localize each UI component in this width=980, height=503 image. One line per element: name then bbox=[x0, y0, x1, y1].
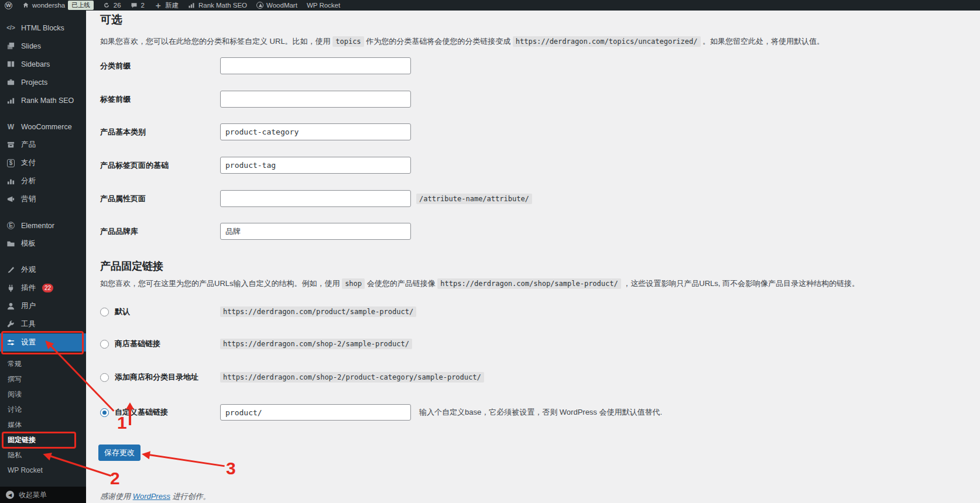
sidebar-item-label: Sidebars bbox=[21, 60, 50, 68]
submenu-label: 讨论 bbox=[8, 405, 22, 415]
sidebar-item-analytics[interactable]: 分析 bbox=[0, 172, 86, 190]
radio-label: 自定义基础链接 bbox=[115, 407, 168, 418]
sidebar-item-label: 营销 bbox=[21, 194, 36, 204]
category-prefix-input[interactable] bbox=[220, 57, 411, 74]
submenu-item-media[interactable]: 媒体 bbox=[0, 417, 86, 432]
field-label: 产品基本类别 bbox=[100, 127, 217, 137]
product-tag-base-input[interactable] bbox=[220, 157, 411, 174]
collapse-menu-label: 收起菜单 bbox=[19, 490, 47, 500]
sidebar-item-slides[interactable]: Slides bbox=[0, 37, 86, 55]
updates-icon bbox=[103, 2, 111, 9]
sidebar-item-tools[interactable]: 工具 bbox=[0, 315, 86, 333]
sidebar-item-label: WooCommerce bbox=[21, 123, 72, 131]
comments-menu[interactable]: 2 bbox=[131, 0, 145, 11]
sidebar-item-templates[interactable]: 模板 bbox=[0, 235, 86, 253]
submenu-item-discussion[interactable]: 讨论 bbox=[0, 402, 86, 417]
submenu-label: 固定链接 bbox=[8, 435, 36, 445]
rank-math-icon bbox=[188, 2, 196, 9]
new-content-label: 新建 bbox=[165, 1, 179, 10]
updates-menu[interactable]: 26 bbox=[103, 0, 121, 11]
dollar-icon: $ bbox=[6, 158, 16, 168]
radio-default[interactable] bbox=[100, 308, 109, 316]
submenu-label: 隐私 bbox=[8, 450, 22, 460]
woodmart-menu[interactable]: WoodMart bbox=[256, 0, 297, 11]
submenu-label: 撰写 bbox=[8, 374, 22, 384]
wordpress-logo-menu[interactable]: W bbox=[5, 0, 12, 11]
sidebar-item-woocommerce[interactable]: W WooCommerce bbox=[0, 118, 86, 136]
sidebar-item-sidebars[interactable]: Sidebars bbox=[0, 55, 86, 73]
submenu-label: 阅读 bbox=[8, 390, 22, 399]
save-changes-button[interactable]: 保存更改 bbox=[98, 445, 141, 461]
comments-count: 2 bbox=[141, 2, 145, 9]
plus-icon: ＋ bbox=[154, 1, 162, 9]
permalink-example: https://derdragon.com/product/sample-pro… bbox=[220, 306, 416, 317]
admin-bar: W wondersha 已上线 26 2 ＋ 新建 Rank Math SEO … bbox=[0, 0, 980, 11]
field-label: 标签前缀 bbox=[100, 94, 217, 105]
sidebar-item-marketing[interactable]: 营销 bbox=[0, 190, 86, 208]
briefcase-icon bbox=[6, 77, 16, 87]
submenu-item-privacy[interactable]: 隐私 bbox=[0, 447, 86, 463]
sidebar-item-label: Rank Math SEO bbox=[21, 97, 74, 105]
comment-icon bbox=[131, 2, 138, 9]
custom-base-hint: 输入个自定义base，它必须被设置，否则 WordPress 会使用默认值替代. bbox=[419, 407, 662, 418]
radio-label: 添加商店和分类目录地址 bbox=[115, 372, 198, 383]
bar-chart-icon bbox=[6, 176, 16, 186]
sidebar-item-label: 插件 bbox=[21, 283, 36, 293]
sidebar-item-label: 外观 bbox=[21, 265, 36, 275]
sidebar-item-payments[interactable]: $ 支付 bbox=[0, 154, 86, 172]
home-icon bbox=[22, 2, 29, 9]
radio-shop-base[interactable] bbox=[100, 340, 109, 349]
site-name: wondersha bbox=[32, 2, 65, 9]
new-content-menu[interactable]: ＋ 新建 bbox=[154, 0, 179, 11]
submenu-item-writing[interactable]: 撰写 bbox=[0, 371, 86, 387]
sidebar-item-label: Slides bbox=[21, 42, 41, 50]
radio-label: 商店基础链接 bbox=[115, 339, 160, 349]
settings-sliders-icon bbox=[6, 337, 16, 347]
woocommerce-icon: W bbox=[6, 122, 16, 132]
woodmart-label: WoodMart bbox=[266, 2, 297, 9]
paintbrush-icon bbox=[6, 265, 16, 275]
product-attribute-base-input[interactable] bbox=[220, 190, 411, 207]
sidebar-item-label: 设置 bbox=[21, 337, 36, 347]
sidebar-item-label: HTML Blocks bbox=[21, 24, 64, 32]
plugins-update-badge: 22 bbox=[42, 284, 53, 292]
columns-icon bbox=[6, 59, 16, 69]
submenu-item-permalinks[interactable]: 固定链接 bbox=[0, 432, 86, 447]
custom-base-input[interactable] bbox=[220, 404, 411, 421]
rank-math-menu[interactable]: Rank Math SEO bbox=[188, 0, 247, 11]
sidebar-item-settings[interactable]: 设置 bbox=[0, 333, 86, 352]
site-name-menu[interactable]: wondersha 已上线 bbox=[22, 0, 94, 11]
submenu-item-general[interactable]: 常规 bbox=[0, 356, 86, 371]
sidebar-item-projects[interactable]: Projects bbox=[0, 73, 86, 91]
field-label: 产品属性页面 bbox=[100, 194, 217, 204]
wordpress-link[interactable]: WordPress bbox=[133, 492, 170, 501]
sidebar-item-products[interactable]: 产品 bbox=[0, 136, 86, 154]
collapse-menu-button[interactable]: ◀ 收起菜单 bbox=[0, 487, 86, 503]
sidebar-item-label: 模板 bbox=[21, 239, 36, 249]
sidebar-item-users[interactable]: 用户 bbox=[0, 297, 86, 315]
sidebar-item-elementor[interactable]: E Elementor bbox=[0, 216, 86, 235]
field-label: 产品品牌库 bbox=[100, 226, 217, 237]
wrench-icon bbox=[6, 319, 16, 329]
product-brand-base-input[interactable] bbox=[220, 223, 411, 240]
collapse-arrow-icon: ◀ bbox=[6, 491, 14, 499]
submenu-item-wp-rocket[interactable]: WP Rocket bbox=[0, 463, 86, 478]
submenu-item-reading[interactable]: 阅读 bbox=[0, 387, 86, 402]
seo-chart-icon bbox=[6, 95, 16, 105]
sidebar-item-appearance[interactable]: 外观 bbox=[0, 261, 86, 279]
sidebar-item-plugins[interactable]: 插件 22 bbox=[0, 279, 86, 297]
code-icon: </> bbox=[6, 23, 16, 33]
product-permalink-description: 如您喜欢，您可在这里为您的产品URLs输入自定义的结构。例如，使用 shop 会… bbox=[100, 278, 859, 289]
radio-shop-category-base[interactable] bbox=[100, 373, 109, 382]
product-permalink-section-title: 产品固定链接 bbox=[100, 259, 163, 273]
radio-custom-base[interactable] bbox=[100, 408, 109, 417]
sidebar-item-html-blocks[interactable]: </> HTML Blocks bbox=[0, 19, 86, 37]
megaphone-icon bbox=[6, 194, 16, 204]
tag-prefix-input[interactable] bbox=[220, 91, 411, 108]
sidebar-item-rank-math[interactable]: Rank Math SEO bbox=[0, 91, 86, 109]
product-category-base-input[interactable] bbox=[220, 123, 411, 140]
radio-label: 默认 bbox=[115, 306, 130, 317]
optional-section-title: 可选 bbox=[100, 12, 122, 27]
wp-rocket-menu[interactable]: WP Rocket bbox=[307, 0, 340, 11]
wp-rocket-label: WP Rocket bbox=[307, 2, 340, 9]
